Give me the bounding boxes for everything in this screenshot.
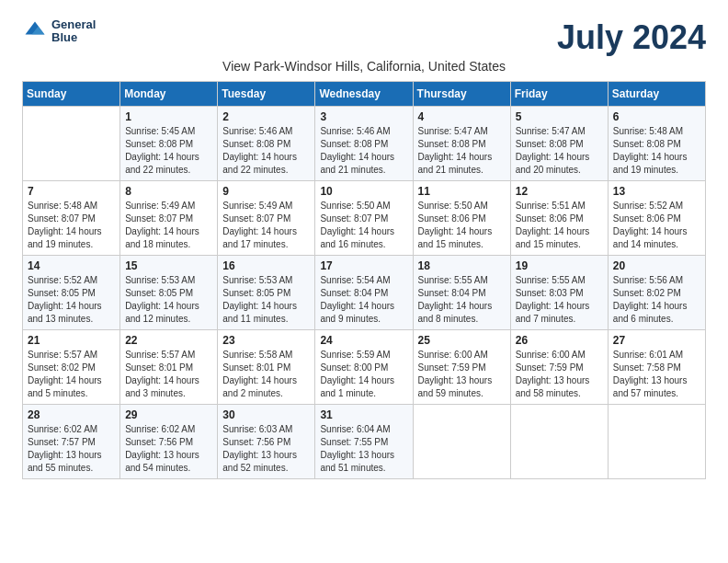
day-info: Sunrise: 5:48 AM Sunset: 8:08 PM Dayligh… <box>613 125 700 177</box>
day-info: Sunrise: 6:01 AM Sunset: 7:58 PM Dayligh… <box>613 349 700 400</box>
day-info: Sunrise: 6:04 AM Sunset: 7:55 PM Dayligh… <box>320 423 407 475</box>
day-number: 29 <box>125 408 212 421</box>
day-info: Sunrise: 5:52 AM Sunset: 8:05 PM Dayligh… <box>28 274 115 326</box>
day-cell-2-3: 17Sunrise: 5:54 AM Sunset: 8:04 PM Dayli… <box>315 256 413 330</box>
day-info: Sunrise: 5:48 AM Sunset: 8:07 PM Dayligh… <box>28 200 115 251</box>
day-number: 8 <box>125 185 212 198</box>
week-row-2: 7Sunrise: 5:48 AM Sunset: 8:07 PM Daylig… <box>23 181 706 256</box>
week-row-1: 1Sunrise: 5:45 AM Sunset: 8:08 PM Daylig… <box>23 107 706 181</box>
day-number: 28 <box>28 408 115 421</box>
day-number: 2 <box>222 110 310 123</box>
day-cell-2-5: 19Sunrise: 5:55 AM Sunset: 8:03 PM Dayli… <box>510 256 608 330</box>
day-info: Sunrise: 5:58 AM Sunset: 8:01 PM Dayligh… <box>222 349 310 400</box>
day-number: 9 <box>222 185 310 198</box>
day-number: 31 <box>320 408 407 421</box>
day-number: 16 <box>222 259 310 272</box>
day-cell-3-2: 23Sunrise: 5:58 AM Sunset: 8:01 PM Dayli… <box>218 330 315 405</box>
day-info: Sunrise: 5:56 AM Sunset: 8:02 PM Dayligh… <box>613 274 700 326</box>
day-number: 19 <box>516 259 603 272</box>
day-cell-2-0: 14Sunrise: 5:52 AM Sunset: 8:05 PM Dayli… <box>23 256 120 330</box>
col-saturday: Saturday <box>608 82 705 107</box>
day-cell-4-3: 31Sunrise: 6:04 AM Sunset: 7:55 PM Dayli… <box>315 405 413 479</box>
day-info: Sunrise: 5:50 AM Sunset: 8:07 PM Dayligh… <box>320 200 407 251</box>
col-friday: Friday <box>510 82 608 107</box>
day-cell-2-6: 20Sunrise: 5:56 AM Sunset: 8:02 PM Dayli… <box>608 256 705 330</box>
col-wednesday: Wednesday <box>315 82 413 107</box>
day-number: 12 <box>516 185 603 198</box>
day-number: 10 <box>320 185 407 198</box>
day-number: 13 <box>613 185 700 198</box>
day-cell-0-5: 5Sunrise: 5:47 AM Sunset: 8:08 PM Daylig… <box>510 107 608 181</box>
day-number: 20 <box>613 259 700 272</box>
day-number: 7 <box>28 185 115 198</box>
day-cell-1-2: 9Sunrise: 5:49 AM Sunset: 8:07 PM Daylig… <box>218 181 315 256</box>
day-number: 15 <box>125 259 212 272</box>
day-cell-1-3: 10Sunrise: 5:50 AM Sunset: 8:07 PM Dayli… <box>315 181 413 256</box>
day-info: Sunrise: 5:50 AM Sunset: 8:06 PM Dayligh… <box>418 200 506 251</box>
day-number: 18 <box>418 259 506 272</box>
day-cell-2-1: 15Sunrise: 5:53 AM Sunset: 8:05 PM Dayli… <box>120 256 218 330</box>
day-number: 25 <box>418 334 506 347</box>
col-tuesday: Tuesday <box>218 82 315 107</box>
day-cell-3-4: 25Sunrise: 6:00 AM Sunset: 7:59 PM Dayli… <box>413 330 510 405</box>
day-number: 6 <box>613 110 700 123</box>
day-info: Sunrise: 5:57 AM Sunset: 8:02 PM Dayligh… <box>28 349 115 400</box>
day-info: Sunrise: 5:55 AM Sunset: 8:04 PM Dayligh… <box>418 274 506 326</box>
calendar-wrapper: General Blue July 2024 View Park-Windsor… <box>22 18 706 479</box>
col-monday: Monday <box>120 82 218 107</box>
col-sunday: Sunday <box>23 82 120 107</box>
day-cell-2-4: 18Sunrise: 5:55 AM Sunset: 8:04 PM Dayli… <box>413 256 510 330</box>
day-number: 14 <box>28 259 115 272</box>
day-info: Sunrise: 5:49 AM Sunset: 8:07 PM Dayligh… <box>222 200 310 251</box>
logo-text: General Blue <box>51 18 96 45</box>
day-info: Sunrise: 5:49 AM Sunset: 8:07 PM Dayligh… <box>125 200 212 251</box>
day-info: Sunrise: 5:46 AM Sunset: 8:08 PM Dayligh… <box>320 125 407 177</box>
week-row-4: 21Sunrise: 5:57 AM Sunset: 8:02 PM Dayli… <box>23 330 706 405</box>
day-cell-1-6: 13Sunrise: 5:52 AM Sunset: 8:06 PM Dayli… <box>608 181 705 256</box>
day-cell-3-5: 26Sunrise: 6:00 AM Sunset: 7:59 PM Dayli… <box>510 330 608 405</box>
day-number: 23 <box>222 334 310 347</box>
day-number: 4 <box>418 110 506 123</box>
day-cell-0-0 <box>23 107 120 181</box>
day-cell-1-5: 12Sunrise: 5:51 AM Sunset: 8:06 PM Dayli… <box>510 181 608 256</box>
day-number: 11 <box>418 185 506 198</box>
day-cell-1-4: 11Sunrise: 5:50 AM Sunset: 8:06 PM Dayli… <box>413 181 510 256</box>
day-info: Sunrise: 5:52 AM Sunset: 8:06 PM Dayligh… <box>613 200 700 251</box>
day-cell-4-1: 29Sunrise: 6:02 AM Sunset: 7:56 PM Dayli… <box>120 405 218 479</box>
day-info: Sunrise: 6:02 AM Sunset: 7:56 PM Dayligh… <box>125 423 212 475</box>
day-info: Sunrise: 6:03 AM Sunset: 7:56 PM Dayligh… <box>222 423 310 475</box>
day-cell-3-1: 22Sunrise: 5:57 AM Sunset: 8:01 PM Dayli… <box>120 330 218 405</box>
day-info: Sunrise: 5:47 AM Sunset: 8:08 PM Dayligh… <box>418 125 506 177</box>
day-cell-0-3: 3Sunrise: 5:46 AM Sunset: 8:08 PM Daylig… <box>315 107 413 181</box>
calendar-table: Sunday Monday Tuesday Wednesday Thursday… <box>22 81 706 479</box>
day-cell-4-0: 28Sunrise: 6:02 AM Sunset: 7:57 PM Dayli… <box>23 405 120 479</box>
logo: General Blue <box>22 18 96 45</box>
day-cell-3-0: 21Sunrise: 5:57 AM Sunset: 8:02 PM Dayli… <box>23 330 120 405</box>
day-info: Sunrise: 6:02 AM Sunset: 7:57 PM Dayligh… <box>28 423 115 475</box>
day-info: Sunrise: 5:45 AM Sunset: 8:08 PM Dayligh… <box>125 125 212 177</box>
day-cell-0-4: 4Sunrise: 5:47 AM Sunset: 8:08 PM Daylig… <box>413 107 510 181</box>
logo-icon <box>22 18 48 44</box>
col-thursday: Thursday <box>413 82 510 107</box>
day-info: Sunrise: 5:53 AM Sunset: 8:05 PM Dayligh… <box>125 274 212 326</box>
day-cell-0-1: 1Sunrise: 5:45 AM Sunset: 8:08 PM Daylig… <box>120 107 218 181</box>
day-cell-4-6 <box>608 405 705 479</box>
day-cell-0-2: 2Sunrise: 5:46 AM Sunset: 8:08 PM Daylig… <box>218 107 315 181</box>
day-info: Sunrise: 5:46 AM Sunset: 8:08 PM Dayligh… <box>222 125 310 177</box>
day-cell-0-6: 6Sunrise: 5:48 AM Sunset: 8:08 PM Daylig… <box>608 107 705 181</box>
day-cell-4-4 <box>413 405 510 479</box>
day-cell-1-1: 8Sunrise: 5:49 AM Sunset: 8:07 PM Daylig… <box>120 181 218 256</box>
location-subtitle: View Park-Windsor Hills, California, Uni… <box>22 59 706 74</box>
day-cell-2-2: 16Sunrise: 5:53 AM Sunset: 8:05 PM Dayli… <box>218 256 315 330</box>
day-info: Sunrise: 5:53 AM Sunset: 8:05 PM Dayligh… <box>222 274 310 326</box>
day-info: Sunrise: 6:00 AM Sunset: 7:59 PM Dayligh… <box>516 349 603 400</box>
day-number: 3 <box>320 110 407 123</box>
day-cell-4-2: 30Sunrise: 6:03 AM Sunset: 7:56 PM Dayli… <box>218 405 315 479</box>
day-info: Sunrise: 5:51 AM Sunset: 8:06 PM Dayligh… <box>516 200 603 251</box>
day-info: Sunrise: 6:00 AM Sunset: 7:59 PM Dayligh… <box>418 349 506 400</box>
day-number: 5 <box>516 110 603 123</box>
day-number: 17 <box>320 259 407 272</box>
title-row: General Blue July 2024 <box>22 18 706 57</box>
day-number: 30 <box>222 408 310 421</box>
day-info: Sunrise: 5:59 AM Sunset: 8:00 PM Dayligh… <box>320 349 407 400</box>
